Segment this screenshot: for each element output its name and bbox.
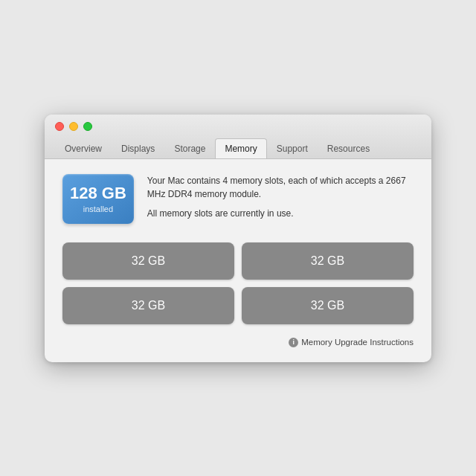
- memory-slot-2: 32 GB: [242, 242, 414, 280]
- memory-size: 128 GB: [70, 184, 126, 202]
- footer: i Memory Upgrade Instructions: [62, 338, 414, 347]
- memory-badge: 128 GB installed: [62, 174, 134, 224]
- upgrade-link-label: Memory Upgrade Instructions: [301, 338, 414, 347]
- memory-upgrade-link[interactable]: i Memory Upgrade Instructions: [289, 338, 414, 347]
- memory-slot-1: 32 GB: [62, 242, 234, 280]
- info-icon: i: [289, 338, 298, 347]
- memory-slot-3: 32 GB: [62, 287, 234, 324]
- memory-info: Your Mac contains 4 memory slots, each o…: [147, 174, 414, 226]
- tab-bar: Overview Displays Storage Memory Support…: [55, 138, 421, 158]
- tab-resources[interactable]: Resources: [318, 138, 379, 158]
- tab-overview[interactable]: Overview: [55, 138, 112, 158]
- maximize-button[interactable]: [83, 122, 92, 131]
- tab-memory[interactable]: Memory: [215, 138, 266, 158]
- memory-slot-4: 32 GB: [242, 287, 414, 324]
- memory-slots-grid: 32 GB 32 GB 32 GB 32 GB: [62, 242, 414, 324]
- traffic-lights: [55, 122, 421, 131]
- close-button[interactable]: [55, 122, 64, 131]
- main-window: Overview Displays Storage Memory Support…: [45, 115, 431, 362]
- minimize-button[interactable]: [69, 122, 78, 131]
- tab-displays[interactable]: Displays: [112, 138, 164, 158]
- tab-storage[interactable]: Storage: [164, 138, 215, 158]
- top-section: 128 GB installed Your Mac contains 4 mem…: [62, 174, 414, 226]
- content-area: 128 GB installed Your Mac contains 4 mem…: [45, 159, 431, 362]
- title-bar: Overview Displays Storage Memory Support…: [45, 115, 431, 159]
- memory-description: Your Mac contains 4 memory slots, each o…: [147, 174, 414, 201]
- memory-label: installed: [70, 205, 126, 213]
- tab-support[interactable]: Support: [267, 138, 318, 158]
- memory-status: All memory slots are currently in use.: [147, 207, 414, 220]
